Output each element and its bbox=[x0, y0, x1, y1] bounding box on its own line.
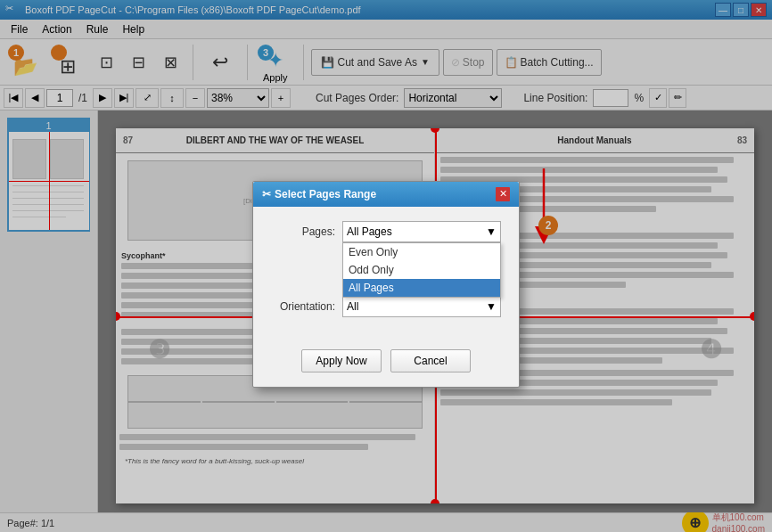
pages-dropdown: Even Only Odd Only All Pages bbox=[342, 242, 501, 298]
pages-option-all[interactable]: All Pages bbox=[343, 279, 500, 297]
orientation-label: Orientation: bbox=[271, 300, 342, 313]
dialog-buttons: Apply Now Cancel bbox=[253, 342, 519, 387]
orientation-control: All ▼ bbox=[342, 296, 501, 317]
pages-option-even[interactable]: Even Only bbox=[343, 243, 500, 261]
pages-dropdown-arrow: ▼ bbox=[486, 225, 497, 238]
pages-option-odd[interactable]: Odd Only bbox=[343, 261, 500, 279]
orientation-select-box[interactable]: All ▼ bbox=[342, 296, 501, 317]
orientation-dropdown-arrow: ▼ bbox=[486, 300, 497, 313]
pages-form-row: Pages: All Pages ▼ Even Only Odd Only Al… bbox=[271, 221, 501, 242]
apply-now-button[interactable]: Apply Now bbox=[301, 349, 382, 372]
cancel-button[interactable]: Cancel bbox=[390, 349, 471, 372]
pages-select-box[interactable]: All Pages ▼ bbox=[342, 221, 501, 242]
orientation-selected-value: All bbox=[347, 300, 358, 313]
dialog-title-bar: ✂ Select Pages Range ✕ bbox=[253, 182, 519, 207]
dialog-body: Pages: All Pages ▼ Even Only Odd Only Al… bbox=[253, 207, 519, 342]
pages-control: All Pages ▼ Even Only Odd Only All Pages bbox=[342, 221, 501, 242]
dialog-close-button[interactable]: ✕ bbox=[496, 187, 510, 201]
orientation-form-row: Orientation: All ▼ bbox=[271, 296, 501, 317]
dialog-overlay: ✂ Select Pages Range ✕ Pages: All Pages … bbox=[0, 0, 772, 532]
dialog-title-text: Select Pages Range bbox=[275, 188, 376, 201]
pages-label: Pages: bbox=[271, 225, 342, 238]
dialog-title-icon: ✂ bbox=[262, 188, 271, 201]
select-pages-range-dialog: ✂ Select Pages Range ✕ Pages: All Pages … bbox=[252, 181, 520, 388]
dialog-title-content: ✂ Select Pages Range bbox=[262, 188, 376, 201]
pages-selected-value: All Pages bbox=[347, 225, 392, 238]
